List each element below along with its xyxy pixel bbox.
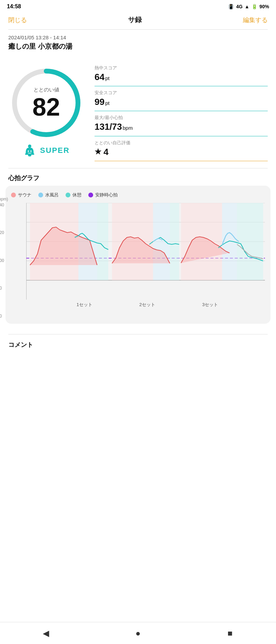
legend-rest: 休憩 [66,192,81,198]
comment-section: コメント [0,331,276,373]
y-unit: (bpm) [0,197,8,202]
svg-point-5 [28,150,29,152]
resting-hr-dot [88,193,93,197]
back-button[interactable]: ◀ [37,626,55,640]
super-text: SUPER [40,146,70,155]
page-title: サ録 [128,15,142,25]
bottom-nav: ◀ ● ■ [0,622,276,644]
status-bar: 14:58 📳 4G ▲ 🔋 90% [0,0,276,12]
score-item-selfeval: ととのい自己評価 ★ 4 [95,136,268,161]
top-nav: 閉じる サ録 編集する [0,12,276,29]
star-icon: ★ [95,147,101,156]
svg-rect-23 [237,203,263,280]
legend-resting-hr-label: 安静時心拍 [95,192,118,198]
x-label-set2: 2セット [139,302,155,308]
x-axis-labels: 1セット 2セット 3セット [26,302,265,308]
battery-icon: 🔋 [252,4,257,9]
status-icons: 📳 4G ▲ 🔋 90% [228,4,269,9]
svg-rect-19 [153,203,170,280]
record-datetime: 2024/01/05 13:28 - 14:14 [8,35,268,40]
legend-rest-label: 休憩 [72,192,81,198]
legend-coldbath: 水風呂 [38,192,59,198]
chart-plot-area [26,203,265,300]
score-item-enthusiasm: 熱中スコア 64pt [95,61,268,86]
svg-point-2 [28,145,31,148]
comment-title: コメント [8,339,268,352]
svg-point-4 [28,155,31,157]
chart-svg [26,203,265,300]
svg-rect-22 [222,203,237,280]
gauge-inner: ととのい値 82 [8,65,84,141]
gauge-value: 82 [32,95,60,119]
enthusiasm-value: 64pt [95,72,268,82]
edit-button[interactable]: 編集する [243,16,268,24]
vibrate-icon: 📳 [228,4,234,9]
x-label-set3: 3セット [202,302,218,308]
signal-label: 4G [236,4,243,9]
gauge-label: ととのい値 [33,87,59,93]
score-item-heartrate: 最大/最小心拍 131/73bpm [95,111,268,136]
svg-rect-20 [170,203,179,280]
score-item-safety: 安全スコア 99pt [95,86,268,111]
super-badge: SUPER [23,144,70,157]
sauna-dot [11,193,16,197]
status-time: 14:58 [7,3,21,10]
score-details: 熱中スコア 64pt 安全スコア 99pt 最大/最小心拍 131/73bpm … [95,61,268,161]
selfeval-label: ととのい自己評価 [95,140,268,146]
heartrate-value: 131/73bpm [95,121,268,132]
svg-rect-17 [97,203,108,280]
score-section: ととのい値 82 SUPER 熱中スコア 64pt [0,53,276,168]
safety-value: 99pt [95,97,268,107]
signal-icon: ▲ [245,4,249,9]
legend-coldbath-label: 水風呂 [45,192,59,198]
graph-section-title: 心拍グラフ [0,168,276,186]
x-label-set1: 1セット [77,302,92,308]
rest-dot [66,193,70,197]
record-place: 癒しの里 小京都の湯 [8,42,268,51]
close-button[interactable]: 閉じる [8,16,27,24]
legend-resting-hr: 安静時心拍 [88,192,118,198]
legend-sauna-label: サウナ [18,192,31,198]
enthusiasm-label: 熱中スコア [95,65,268,71]
safety-label: 安全スコア [95,90,268,96]
graph-legend: サウナ 水風呂 休憩 安静時心拍 [11,192,265,198]
recents-button[interactable]: ■ [221,626,239,640]
home-button[interactable]: ● [129,626,147,640]
divider3 [8,334,268,334]
graph-container: サウナ 水風呂 休憩 安静時心拍 (bpm) 140 120 100 80 60 [6,186,270,324]
heartrate-label: 最大/最小心拍 [95,115,268,121]
record-header: 2024/01/05 13:28 - 14:14 癒しの里 小京都の湯 [0,30,276,53]
battery-label: 90% [259,4,269,9]
circle-gauge: ととのい値 82 [8,65,84,141]
legend-sauna: サウナ [11,192,31,198]
coldbath-dot [38,193,43,197]
y-axis-labels: 140 120 100 80 60 [0,203,4,318]
svg-point-6 [30,150,32,152]
bell-icon [23,144,37,157]
selfeval-value: ★ 4 [95,147,268,157]
